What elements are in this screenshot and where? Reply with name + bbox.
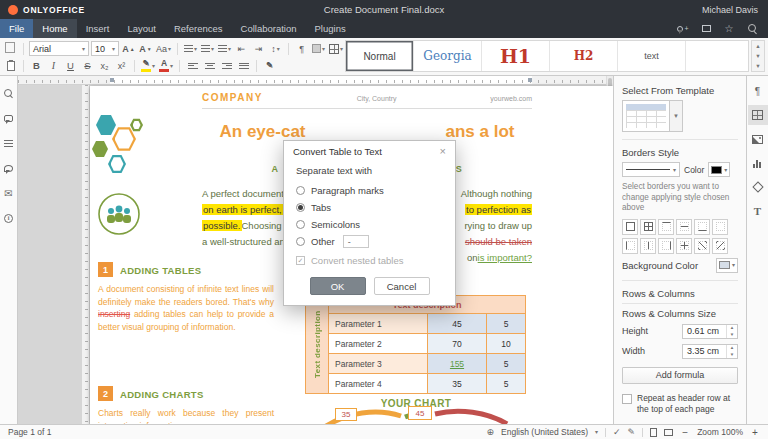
table-settings-button[interactable] bbox=[748, 105, 768, 125]
paragraph-settings-button[interactable]: ¶ bbox=[748, 81, 768, 101]
border-left-button[interactable] bbox=[622, 238, 638, 254]
tab-file[interactable]: File bbox=[0, 19, 33, 38]
document-table[interactable]: Text description Text description Parame… bbox=[305, 295, 526, 394]
radio-other[interactable]: Other - bbox=[296, 233, 443, 250]
subscript-button[interactable]: x₂ bbox=[97, 58, 112, 73]
feedback-button[interactable]: ✉ bbox=[2, 186, 16, 200]
spinner-arrows[interactable]: ▲▼ bbox=[726, 325, 737, 338]
border-size-select[interactable]: ▾ bbox=[622, 162, 680, 177]
border-inner-horizontal-button[interactable] bbox=[676, 219, 692, 235]
language-select[interactable]: English (United States) bbox=[501, 427, 588, 437]
close-icon[interactable]: × bbox=[440, 146, 446, 157]
cancel-button[interactable]: Cancel bbox=[374, 277, 430, 295]
checkbox-checked-icon[interactable]: ✓ bbox=[296, 256, 305, 265]
add-formula-button[interactable]: Add formula bbox=[622, 367, 738, 384]
style-normal[interactable]: Normal bbox=[346, 41, 414, 71]
increase-indent-button[interactable]: ⇥ bbox=[251, 41, 266, 56]
spell-check-icon[interactable]: ✓ bbox=[613, 427, 621, 437]
justify-button[interactable] bbox=[236, 58, 251, 73]
template-dropdown-arrow[interactable]: ▼ bbox=[670, 100, 683, 132]
track-changes-icon[interactable]: ✎ bbox=[628, 427, 636, 437]
border-bottom-button[interactable] bbox=[694, 219, 710, 235]
numbering-button[interactable]: ▾ bbox=[200, 41, 215, 56]
image-settings-button[interactable] bbox=[748, 129, 768, 149]
radio-semicolons[interactable]: Semicolons bbox=[296, 216, 443, 233]
border-none-button[interactable] bbox=[712, 219, 728, 235]
strikethrough-button[interactable]: S bbox=[80, 58, 95, 73]
chat-button[interactable] bbox=[2, 161, 16, 175]
favorite-star-icon[interactable]: ☆ bbox=[723, 23, 735, 35]
height-spinner[interactable]: 0.61 cm ▲▼ bbox=[682, 324, 738, 339]
radio-icon[interactable] bbox=[296, 220, 305, 229]
bold-button[interactable]: B bbox=[29, 58, 44, 73]
style-h2[interactable]: H2 bbox=[550, 41, 618, 71]
repeat-header-checkbox[interactable] bbox=[622, 394, 632, 404]
copy-button[interactable] bbox=[3, 41, 18, 56]
border-inner-button[interactable] bbox=[676, 238, 692, 254]
border-diagonal-up-button[interactable] bbox=[694, 238, 710, 254]
paste-button[interactable] bbox=[3, 58, 18, 73]
increase-font-button[interactable]: A▲ bbox=[121, 41, 136, 56]
comments-button[interactable] bbox=[2, 111, 16, 125]
background-color-select[interactable]: ▾ bbox=[716, 258, 738, 273]
multilevel-list-button[interactable]: ▾ bbox=[217, 41, 232, 56]
tab-insert[interactable]: Insert bbox=[77, 19, 119, 38]
shape-settings-button[interactable] bbox=[748, 177, 768, 197]
indent-marker[interactable] bbox=[110, 78, 114, 82]
underline-button[interactable]: U bbox=[63, 58, 78, 73]
tab-collaboration[interactable]: Collaboration bbox=[232, 19, 306, 38]
header-search-icon[interactable] bbox=[746, 23, 758, 35]
tab-layout[interactable]: Layout bbox=[118, 19, 165, 38]
spinner-arrows[interactable]: ▲▼ bbox=[726, 345, 737, 358]
chart-settings-button[interactable] bbox=[748, 153, 768, 173]
other-separator-input[interactable]: - bbox=[343, 235, 369, 248]
radio-icon[interactable] bbox=[296, 237, 305, 246]
superscript-button[interactable]: x² bbox=[114, 58, 129, 73]
nonprinting-characters-button[interactable]: ¶ bbox=[294, 41, 309, 56]
search-button[interactable] bbox=[2, 86, 16, 100]
align-left-button[interactable] bbox=[185, 58, 200, 73]
template-preview[interactable] bbox=[622, 100, 670, 132]
ok-button[interactable]: OK bbox=[310, 277, 366, 295]
zoom-in-button[interactable]: + bbox=[750, 427, 760, 438]
bullets-button[interactable]: ▾ bbox=[183, 41, 198, 56]
fit-page-icon[interactable] bbox=[650, 428, 657, 437]
decrease-indent-button[interactable]: ⇤ bbox=[234, 41, 249, 56]
radio-tabs[interactable]: Tabs bbox=[296, 199, 443, 216]
font-color-button[interactable]: A▾ bbox=[158, 58, 174, 73]
font-name-select[interactable]: Arial▾ bbox=[29, 41, 89, 56]
gallery-up-icon[interactable]: ▲ bbox=[752, 41, 764, 51]
fit-width-icon[interactable] bbox=[664, 429, 673, 436]
dialog-header[interactable]: Convert Table to Text × bbox=[284, 141, 455, 161]
borders-button[interactable]: ▾ bbox=[328, 41, 344, 56]
about-button[interactable]: i bbox=[2, 211, 16, 225]
chevron-down-icon[interactable]: ▾ bbox=[595, 429, 598, 435]
border-outer-button[interactable] bbox=[622, 219, 638, 235]
align-right-button[interactable] bbox=[219, 58, 234, 73]
tab-references[interactable]: References bbox=[165, 19, 232, 38]
border-top-button[interactable] bbox=[658, 219, 674, 235]
shading-button[interactable]: ▾ bbox=[311, 41, 326, 56]
navigation-button[interactable] bbox=[2, 136, 16, 150]
align-center-button[interactable] bbox=[202, 58, 217, 73]
gallery-expand-icon[interactable]: ▼ bbox=[752, 61, 764, 71]
open-file-location-icon[interactable] bbox=[700, 23, 712, 35]
tab-home[interactable]: Home bbox=[33, 19, 76, 38]
radio-selected-icon[interactable] bbox=[296, 203, 305, 212]
convert-nested-checkbox-row[interactable]: ✓ Convert nested tables bbox=[296, 255, 443, 266]
border-diagonal-down-button[interactable] bbox=[712, 238, 728, 254]
italic-button[interactable]: I bbox=[46, 58, 61, 73]
copy-style-button[interactable]: ✎ bbox=[262, 58, 277, 73]
style-h1[interactable]: H1 bbox=[482, 41, 550, 71]
indent-marker[interactable] bbox=[528, 78, 532, 82]
width-spinner[interactable]: 3.35 cm ▲▼ bbox=[682, 344, 738, 359]
add-user-icon[interactable]: + bbox=[677, 23, 689, 35]
border-color-select[interactable]: ▾ bbox=[708, 162, 730, 177]
radio-paragraph-marks[interactable]: Paragraph marks bbox=[296, 182, 443, 199]
font-size-select[interactable]: 10▾ bbox=[91, 41, 119, 56]
border-right-button[interactable] bbox=[658, 238, 674, 254]
zoom-out-button[interactable]: − bbox=[680, 427, 690, 438]
style-text[interactable]: text bbox=[618, 41, 686, 71]
text-art-settings-button[interactable]: T bbox=[748, 201, 768, 221]
gallery-down-icon[interactable]: ▼ bbox=[752, 51, 764, 61]
